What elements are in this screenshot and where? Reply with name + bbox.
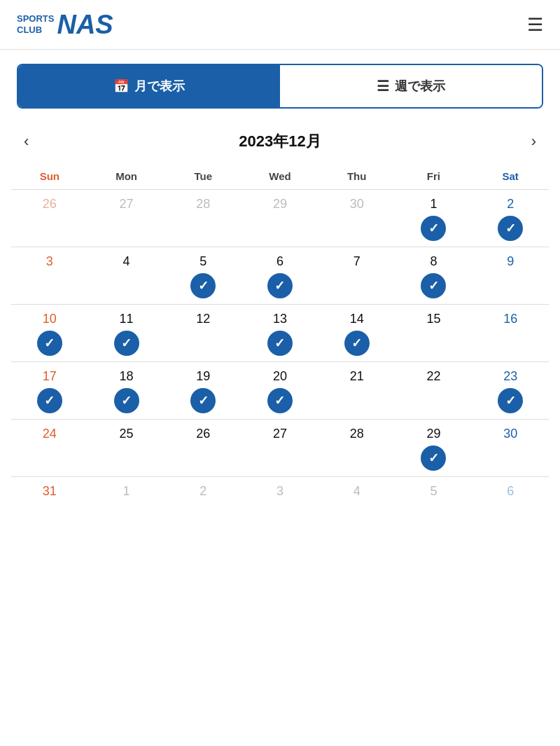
header-mon: Mon bbox=[88, 166, 165, 186]
list-icon: ☰ bbox=[377, 78, 389, 95]
calendar-day-cell[interactable]: 14 bbox=[318, 305, 396, 361]
day-number: 28 bbox=[196, 197, 210, 212]
calendar-day-cell[interactable]: 6 bbox=[472, 477, 549, 532]
calendar-day-cell[interactable]: 26 bbox=[11, 190, 88, 247]
weekly-label: 週で表示 bbox=[395, 78, 445, 95]
calendar-day-cell[interactable]: 18 bbox=[88, 362, 165, 419]
calendar-day-cell[interactable]: 25 bbox=[88, 420, 165, 476]
day-number: 26 bbox=[43, 197, 57, 212]
calendar-day-cell[interactable]: 30 bbox=[318, 190, 396, 247]
calendar-week-1: 262728293012 bbox=[11, 189, 549, 247]
calendar-day-cell[interactable]: 5 bbox=[396, 477, 472, 532]
calendar-day-cell[interactable]: 2 bbox=[164, 477, 241, 532]
check-icon bbox=[267, 388, 293, 413]
prev-month-button[interactable]: ‹ bbox=[17, 130, 36, 153]
day-number: 27 bbox=[273, 427, 287, 441]
calendar-day-cell[interactable]: 7 bbox=[318, 247, 396, 304]
calendar-day-cell[interactable]: 16 bbox=[472, 305, 549, 361]
day-number: 6 bbox=[507, 484, 514, 499]
calendar-day-cell[interactable]: 13 bbox=[241, 305, 318, 361]
calendar-day-cell[interactable]: 3 bbox=[241, 477, 318, 532]
check-icon bbox=[190, 388, 216, 413]
day-number: 30 bbox=[503, 427, 517, 441]
day-number: 29 bbox=[273, 197, 287, 212]
header-wed: Wed bbox=[241, 166, 318, 186]
logo-nas: NAS bbox=[57, 11, 113, 38]
calendar-day-cell[interactable]: 21 bbox=[318, 362, 396, 419]
calendar-day-cell[interactable]: 11 bbox=[88, 305, 165, 361]
calendar-week-3: 10111213141516 bbox=[11, 304, 549, 361]
monthly-view-button[interactable]: 📅 月で表示 bbox=[18, 65, 280, 107]
calendar-grid: Sun Mon Tue Wed Thu Fri Sat 262728293012… bbox=[0, 166, 560, 532]
day-number: 23 bbox=[503, 369, 517, 384]
calendar-day-cell[interactable]: 26 bbox=[164, 420, 241, 476]
calendar-day-cell[interactable]: 3 bbox=[11, 247, 88, 304]
calendar-day-cell[interactable]: 30 bbox=[472, 420, 549, 476]
day-number: 1 bbox=[430, 197, 437, 212]
day-number: 6 bbox=[276, 254, 284, 269]
calendar-week-4: 17181920212223 bbox=[11, 361, 549, 419]
logo: SPORTSCLUB NAS bbox=[17, 11, 113, 38]
day-number: 19 bbox=[196, 369, 210, 384]
calendar-day-cell[interactable]: 15 bbox=[396, 305, 472, 361]
day-number: 15 bbox=[426, 312, 440, 326]
check-icon bbox=[37, 331, 62, 356]
calendar-day-cell[interactable]: 9 bbox=[472, 247, 549, 304]
calendar-day-cell[interactable]: 4 bbox=[88, 247, 165, 304]
day-number: 12 bbox=[196, 312, 210, 326]
calendar-title: 2023年12月 bbox=[239, 131, 321, 152]
day-number: 27 bbox=[120, 197, 134, 212]
hamburger-menu-icon[interactable]: ☰ bbox=[527, 15, 543, 34]
monthly-label: 月で表示 bbox=[134, 78, 185, 95]
calendar-day-cell[interactable]: 31 bbox=[11, 477, 88, 532]
calendar-day-cell[interactable]: 5 bbox=[164, 247, 241, 304]
check-icon bbox=[114, 388, 139, 413]
calendar-day-cell[interactable]: 28 bbox=[164, 190, 241, 247]
day-number: 22 bbox=[426, 369, 440, 384]
calendar-day-cell[interactable]: 22 bbox=[396, 362, 472, 419]
day-number: 8 bbox=[430, 254, 437, 269]
day-number: 5 bbox=[430, 484, 437, 499]
check-icon bbox=[498, 388, 523, 413]
calendar-day-cell[interactable]: 27 bbox=[88, 190, 165, 247]
day-number: 30 bbox=[350, 197, 364, 212]
calendar-day-cell[interactable]: 17 bbox=[11, 362, 88, 419]
weekly-view-button[interactable]: ☰ 週で表示 bbox=[280, 65, 542, 107]
calendar-day-cell[interactable]: 29 bbox=[241, 190, 318, 247]
calendar-day-cell[interactable]: 10 bbox=[11, 305, 88, 361]
next-month-button[interactable]: › bbox=[524, 130, 543, 153]
day-number: 16 bbox=[503, 312, 517, 326]
calendar-day-cell[interactable]: 8 bbox=[396, 247, 472, 304]
calendar-day-cell[interactable]: 2 bbox=[472, 190, 549, 247]
calendar-nav: ‹ 2023年12月 › bbox=[0, 123, 560, 166]
calendar-day-cell[interactable]: 27 bbox=[241, 420, 318, 476]
day-number: 2 bbox=[507, 197, 514, 212]
day-number: 4 bbox=[123, 254, 130, 269]
calendar-day-cell[interactable]: 29 bbox=[396, 420, 472, 476]
day-number: 3 bbox=[276, 484, 284, 499]
calendar-week-2: 3456789 bbox=[11, 247, 549, 304]
logo-sports-club: SPORTSCLUB bbox=[17, 13, 54, 35]
calendar-day-cell[interactable]: 6 bbox=[241, 247, 318, 304]
calendar-day-cell[interactable]: 28 bbox=[318, 420, 396, 476]
day-number: 10 bbox=[43, 312, 57, 326]
calendar-day-cell[interactable]: 12 bbox=[164, 305, 241, 361]
header-tue: Tue bbox=[164, 166, 241, 186]
calendar-header: Sun Mon Tue Wed Thu Fri Sat bbox=[11, 166, 549, 186]
check-icon bbox=[267, 331, 293, 356]
day-number: 5 bbox=[200, 254, 206, 269]
day-number: 24 bbox=[43, 427, 57, 441]
calendar-day-cell[interactable]: 24 bbox=[11, 420, 88, 476]
calendar-day-cell[interactable]: 4 bbox=[318, 477, 396, 532]
calendar-day-cell[interactable]: 20 bbox=[241, 362, 318, 419]
calendar-day-cell[interactable]: 23 bbox=[472, 362, 549, 419]
calendar-day-cell[interactable]: 1 bbox=[396, 190, 472, 247]
check-icon bbox=[421, 445, 446, 471]
view-toggle: 📅 月で表示 ☰ 週で表示 bbox=[17, 64, 543, 109]
calendar-day-cell[interactable]: 19 bbox=[164, 362, 241, 419]
check-icon bbox=[37, 388, 62, 413]
calendar-week-6: 31123456 bbox=[11, 476, 549, 532]
day-number: 4 bbox=[354, 484, 360, 499]
day-number: 18 bbox=[120, 369, 134, 384]
calendar-day-cell[interactable]: 1 bbox=[88, 477, 165, 532]
